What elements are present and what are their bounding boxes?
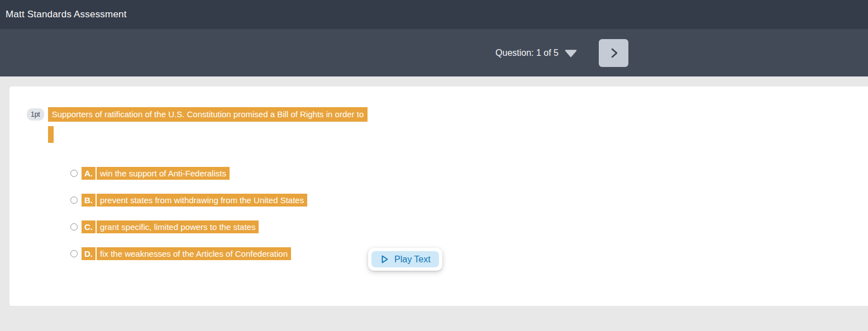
option-text-c[interactable]: grant specific, limited powers to the st…: [97, 220, 259, 233]
question-highlight-stub: [48, 126, 54, 143]
question-text: Supporters of ratification of the U.S. C…: [48, 107, 368, 122]
question-counter-label: Question: 1 of 5: [495, 48, 559, 58]
answer-options: A. win the support of Anti-Federalists B…: [70, 167, 307, 274]
play-text-container: Play Text: [368, 248, 442, 271]
play-icon: [380, 254, 389, 265]
option-letter-c: C.: [82, 220, 96, 233]
option-row-a: A. win the support of Anti-Federalists: [70, 167, 307, 180]
option-row-c: C. grant specific, limited powers to the…: [70, 220, 307, 233]
chevron-down-icon: [565, 50, 577, 57]
option-letter-b: B.: [82, 194, 96, 207]
option-text-a[interactable]: win the support of Anti-Federalists: [97, 167, 230, 180]
option-row-b: B. prevent states from withdrawing from …: [70, 194, 307, 207]
option-text-d[interactable]: fix the weaknesses of the Articles of Co…: [97, 247, 291, 260]
chevron-right-icon: [608, 47, 620, 59]
option-row-d: D. fix the weaknesses of the Articles of…: [70, 247, 307, 260]
option-radio-b[interactable]: [70, 196, 78, 204]
content-area: 1pt Supporters of ratification of the U.…: [0, 76, 868, 331]
play-text-label: Play Text: [394, 255, 431, 265]
question-counter-dropdown[interactable]: Question: 1 of 5: [495, 48, 577, 58]
points-badge: 1pt: [27, 108, 44, 121]
question-card: 1pt Supporters of ratification of the U.…: [9, 87, 868, 306]
option-text-b[interactable]: prevent states from withdrawing from the…: [97, 194, 307, 207]
top-bar: Matt Standards Assessment: [0, 0, 868, 29]
option-letter-d: D.: [82, 247, 96, 260]
option-radio-d[interactable]: [70, 250, 78, 257]
question-nav-bar: Question: 1 of 5: [0, 29, 868, 76]
option-radio-c[interactable]: [70, 223, 78, 231]
question-block: 1pt Supporters of ratification of the U.…: [27, 107, 368, 143]
option-letter-a: A.: [82, 167, 96, 180]
question-text-wrap: Supporters of ratification of the U.S. C…: [48, 107, 368, 143]
option-radio-a[interactable]: [70, 170, 78, 177]
page-title: Matt Standards Assessment: [6, 9, 127, 20]
play-text-button[interactable]: Play Text: [371, 251, 439, 267]
next-question-button[interactable]: [599, 39, 628, 67]
